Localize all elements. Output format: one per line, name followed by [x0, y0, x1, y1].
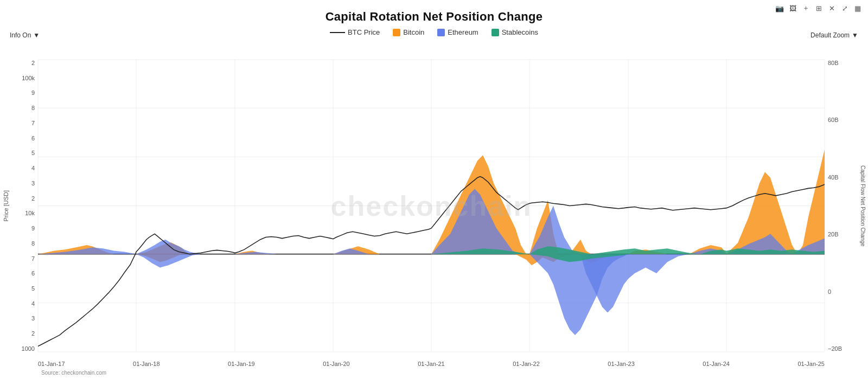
photo-icon[interactable]: 🖼: [788, 3, 797, 13]
legend-btc-price-label: BTC Price: [348, 28, 380, 36]
legend-btc-price-line: [330, 32, 345, 33]
chart-area: checkonchain: [38, 60, 825, 352]
chart-container: Capital Rotation Net Position Change 📷 🖼…: [0, 0, 868, 379]
legend: BTC Price Bitcoin Ethereum Stablecoins: [0, 28, 868, 36]
legend-stablecoins[interactable]: Stablecoins: [492, 28, 538, 36]
camera-icon[interactable]: 📷: [775, 3, 784, 13]
legend-ethereum-box: [437, 29, 445, 36]
legend-bitcoin[interactable]: Bitcoin: [393, 28, 424, 36]
legend-stablecoins-box: [492, 29, 499, 36]
zoom-dropdown[interactable]: Default Zoom ▼: [810, 31, 858, 39]
arrows-icon[interactable]: ⤢: [840, 3, 850, 13]
chart-title: Capital Rotation Net Position Change: [0, 0, 868, 24]
legend-bitcoin-label: Bitcoin: [403, 28, 424, 36]
legend-ethereum[interactable]: Ethereum: [437, 28, 478, 36]
plus-icon[interactable]: ＋: [801, 3, 810, 13]
source-text: Source: checkonchain.com: [41, 370, 106, 376]
info-dropdown[interactable]: Info On ▼: [10, 31, 40, 39]
legend-btc-price[interactable]: BTC Price: [330, 28, 380, 36]
info-label: Info On: [10, 31, 31, 39]
y-axis-right-label: Capital Flow Net Position Change: [858, 60, 867, 352]
chevron-down-icon: ▼: [852, 31, 858, 39]
y-axis-left: 2 100k 9 8 7 6 5 4 3 2 10k 9 8 7 6 5 4 3…: [0, 60, 38, 352]
legend-bitcoin-box: [393, 29, 400, 36]
toolbar: 📷 🖼 ＋ ⊞ ✕ ⤢ ▦: [775, 3, 863, 13]
grid-icon[interactable]: ⊞: [814, 3, 824, 13]
chevron-down-icon: ▼: [33, 31, 40, 39]
cross-icon[interactable]: ✕: [827, 3, 837, 13]
main-chart-svg: [38, 60, 825, 352]
legend-ethereum-label: Ethereum: [448, 28, 478, 36]
bar-chart-icon[interactable]: ▦: [853, 3, 863, 13]
x-axis: 01-Jan-17 01-Jan-18 01-Jan-19 01-Jan-20 …: [38, 361, 825, 367]
legend-stablecoins-label: Stablecoins: [502, 28, 538, 36]
zoom-label: Default Zoom: [810, 31, 850, 39]
